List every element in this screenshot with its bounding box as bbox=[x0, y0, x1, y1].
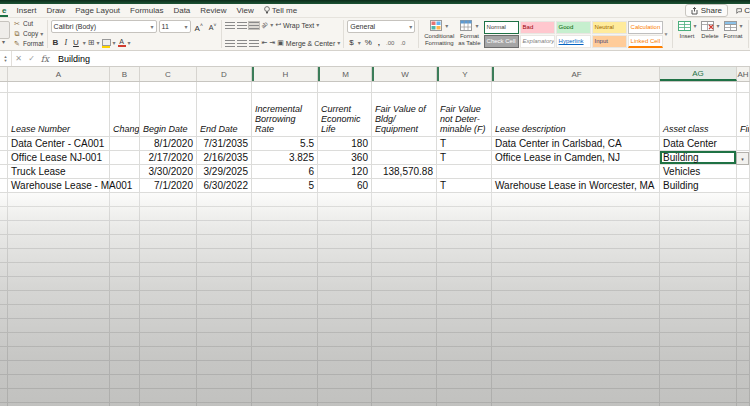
column-header-C[interactable]: C bbox=[140, 67, 197, 81]
cell-AG[interactable]: Building▾ bbox=[660, 151, 737, 165]
cell-validation-dropdown[interactable]: ▾ bbox=[736, 152, 749, 165]
cell-AH[interactable] bbox=[737, 361, 750, 375]
cell-H[interactable] bbox=[252, 333, 318, 347]
cell-AF[interactable] bbox=[492, 361, 660, 375]
cell-H[interactable]: 5 bbox=[252, 179, 318, 193]
align-middle-icon[interactable] bbox=[237, 22, 247, 29]
cell-Y[interactable] bbox=[437, 375, 492, 389]
cell-M[interactable] bbox=[318, 249, 372, 263]
cell-M[interactable] bbox=[318, 291, 372, 305]
cell-AF[interactable] bbox=[492, 389, 660, 403]
cell-B[interactable] bbox=[110, 305, 140, 319]
name-box-stepper[interactable]: ▲▼ bbox=[0, 51, 12, 66]
cell-A[interactable] bbox=[8, 389, 110, 403]
cell-AG[interactable] bbox=[660, 291, 737, 305]
cell-W[interactable] bbox=[372, 137, 437, 151]
cell-C[interactable]: 7/1/2020 bbox=[140, 179, 197, 193]
cell-D[interactable] bbox=[197, 319, 252, 333]
cell-A[interactable] bbox=[8, 221, 110, 235]
cell-D[interactable]: 3/29/2025 bbox=[197, 165, 252, 179]
cell-M[interactable]: 360 bbox=[318, 151, 372, 165]
cell-AF[interactable] bbox=[492, 347, 660, 361]
cell-AG[interactable] bbox=[660, 235, 737, 249]
cell-C[interactable] bbox=[140, 207, 197, 221]
cell-AG[interactable] bbox=[660, 263, 737, 277]
cell-B[interactable] bbox=[110, 151, 140, 165]
cell-C[interactable] bbox=[140, 221, 197, 235]
cell-D[interactable] bbox=[197, 249, 252, 263]
tab-data[interactable]: Data bbox=[173, 4, 190, 17]
cell-W[interactable]: 138,570.88 bbox=[372, 165, 437, 179]
font-color-button[interactable]: A bbox=[118, 39, 126, 47]
cell-W[interactable] bbox=[372, 207, 437, 221]
cell-AG[interactable] bbox=[660, 207, 737, 221]
cell-M[interactable] bbox=[318, 389, 372, 403]
cell-AH[interactable] bbox=[737, 347, 750, 361]
cell-B[interactable] bbox=[110, 165, 140, 179]
cell-AG[interactable] bbox=[660, 319, 737, 333]
cell-W[interactable] bbox=[372, 319, 437, 333]
tab-draw[interactable]: Draw bbox=[46, 4, 65, 17]
cell-AF[interactable] bbox=[492, 82, 660, 93]
cell-Y[interactable]: T bbox=[437, 137, 492, 151]
cell-AH[interactable] bbox=[737, 82, 750, 93]
cell-A[interactable] bbox=[8, 277, 110, 291]
cell-C[interactable] bbox=[140, 361, 197, 375]
cell-edge[interactable] bbox=[0, 221, 8, 235]
align-center-icon[interactable] bbox=[237, 40, 247, 47]
cell-C[interactable] bbox=[140, 305, 197, 319]
cell-W[interactable] bbox=[372, 305, 437, 319]
cell-AH[interactable] bbox=[737, 263, 750, 277]
cell-M[interactable] bbox=[318, 221, 372, 235]
column-header-edge[interactable] bbox=[0, 67, 8, 81]
cell-C[interactable] bbox=[140, 333, 197, 347]
cell-edge[interactable] bbox=[0, 82, 8, 93]
formula-bar-value[interactable]: Building bbox=[58, 54, 90, 64]
column-header-Y[interactable]: Y bbox=[437, 67, 492, 81]
style-normal[interactable]: Normal bbox=[484, 21, 519, 34]
align-top-icon[interactable] bbox=[225, 22, 235, 29]
cell-A[interactable] bbox=[8, 82, 110, 93]
cell-H[interactable] bbox=[252, 221, 318, 235]
cell-AF[interactable] bbox=[492, 207, 660, 221]
cell-AG[interactable]: Asset class bbox=[660, 93, 737, 137]
column-header-AF[interactable]: AF bbox=[492, 67, 660, 81]
cell-W[interactable] bbox=[372, 193, 437, 207]
cell-AF[interactable] bbox=[492, 193, 660, 207]
cell-D[interactable]: 2/16/2035 bbox=[197, 151, 252, 165]
cell-B[interactable]: Change bbox=[110, 93, 140, 137]
cell-AH[interactable] bbox=[737, 221, 750, 235]
cell-Y[interactable] bbox=[437, 333, 492, 347]
cell-M[interactable] bbox=[318, 347, 372, 361]
cell-edge[interactable] bbox=[0, 137, 8, 151]
cell-edge[interactable] bbox=[0, 375, 8, 389]
style-check-cell[interactable]: Check Cell bbox=[484, 35, 519, 48]
conditional-formatting-button[interactable]: ▾ Conditional Formatting bbox=[422, 19, 456, 49]
cell-AG[interactable] bbox=[660, 277, 737, 291]
cell-AG[interactable] bbox=[660, 305, 737, 319]
confirm-entry-button[interactable]: ✓ bbox=[25, 54, 38, 63]
cell-A[interactable] bbox=[8, 319, 110, 333]
cell-edge[interactable] bbox=[0, 277, 8, 291]
cell-AF[interactable]: Office Lease in Camden, NJ bbox=[492, 151, 660, 165]
cell-edge[interactable] bbox=[0, 361, 8, 375]
cell-D[interactable] bbox=[197, 193, 252, 207]
cell-W[interactable] bbox=[372, 333, 437, 347]
cell-H[interactable] bbox=[252, 291, 318, 305]
cell-D[interactable] bbox=[197, 347, 252, 361]
cell-AH[interactable] bbox=[737, 249, 750, 263]
italic-button[interactable]: I bbox=[62, 38, 69, 48]
cell-C[interactable]: 8/1/2020 bbox=[140, 137, 197, 151]
format-cells-button[interactable]: ▾ Format bbox=[722, 19, 745, 49]
cell-C[interactable] bbox=[140, 291, 197, 305]
cell-A[interactable] bbox=[8, 305, 110, 319]
cell-M[interactable]: 180 bbox=[318, 137, 372, 151]
cell-H[interactable] bbox=[252, 347, 318, 361]
cell-W[interactable] bbox=[372, 249, 437, 263]
cell-AH[interactable] bbox=[737, 137, 750, 151]
comma-style-button[interactable]: , bbox=[376, 38, 382, 48]
cell-edge[interactable] bbox=[0, 165, 8, 179]
cell-edge[interactable] bbox=[0, 193, 8, 207]
style-input[interactable]: Input bbox=[592, 35, 627, 48]
increase-decimal-button[interactable]: .00 bbox=[384, 38, 396, 48]
